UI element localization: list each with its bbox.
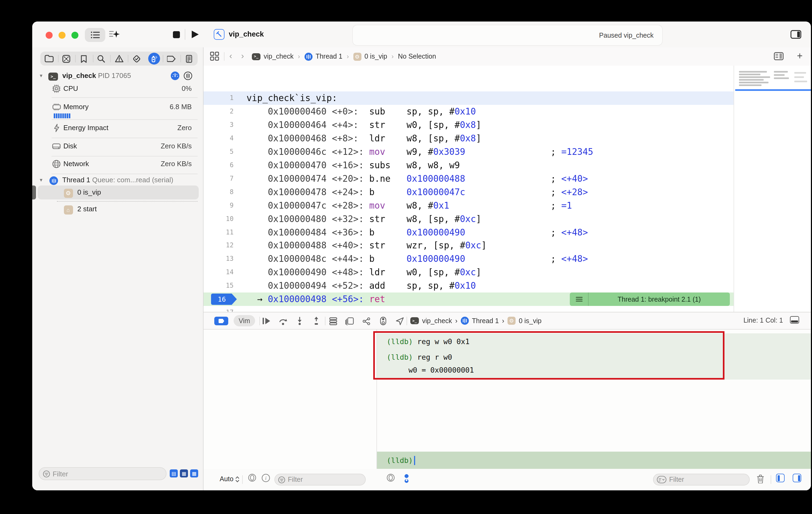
console-pane-toggle[interactable] — [793, 474, 801, 482]
breadcrumb-item-vip-check[interactable]: >_vip_check — [252, 53, 293, 60]
variables-filter-field[interactable]: Filter — [274, 474, 366, 486]
continue-button[interactable] — [261, 316, 272, 326]
memory-graph-button[interactable] — [361, 316, 372, 326]
vim-mode-button[interactable]: Vim — [234, 315, 255, 326]
code-line-9[interactable]: 9 0x10000047c <+28>: mov w8, #0x1 ; =1 — [204, 199, 733, 212]
go-back-button[interactable]: ‹ — [229, 51, 232, 61]
thread-view-toggle-icon[interactable] — [184, 72, 192, 80]
line-number: 3 — [204, 118, 234, 132]
clear-console-button[interactable] — [757, 474, 764, 483]
intelligence-button[interactable] — [109, 30, 120, 39]
breakpoint-hit-badge[interactable]: Thread 1: breakpoint 2.1 (1) — [570, 293, 730, 306]
console-toggle-icon[interactable] — [790, 316, 799, 324]
metric-row-disk[interactable]: Disk Zero KB/s — [32, 140, 203, 153]
tab-report-navigator[interactable] — [180, 52, 198, 65]
minimize-window-button[interactable] — [59, 32, 65, 39]
close-window-button[interactable] — [46, 32, 53, 39]
tab-breakpoint-navigator[interactable] — [163, 52, 180, 65]
process-name: vip_check — [62, 72, 96, 80]
code-line-12[interactable]: 12 0x100000488 <+40>: str wzr, [sp, #0xc… — [204, 239, 733, 252]
tab-debug-navigator[interactable] — [145, 52, 163, 65]
breadcrumb-label: vip_check — [422, 317, 452, 324]
code-line-6[interactable]: 6 0x100000470 <+16>: subs w8, w8, w9 — [204, 159, 733, 172]
code-line-7[interactable]: 7 0x100000474 <+20>: b.ne 0x100000488 ; … — [204, 172, 733, 186]
show-only-running-button[interactable]: ▤ — [170, 469, 178, 478]
inspector-toggle-button[interactable] — [790, 30, 801, 39]
step-into-button[interactable] — [294, 316, 305, 326]
code-line-2[interactable]: 2 0x100000460 <+0>: sub sp, sp, #0x10 — [204, 105, 733, 118]
breadcrumb-item-0-is-vip[interactable]: ⚙0 is_vip — [508, 317, 542, 325]
code-line-13[interactable]: 13 0x10000048c <+44>: b 0x100000490 ; <+… — [204, 252, 733, 266]
stop-button[interactable] — [173, 31, 180, 38]
add-editor-button[interactable]: + — [797, 51, 803, 62]
metric-row-memory[interactable]: Memory 6.8 MB — [32, 101, 203, 113]
run-button[interactable] — [191, 30, 199, 39]
step-over-button[interactable] — [278, 316, 288, 326]
activity-viewer[interactable]: Paused vip_check — [352, 25, 663, 46]
breadcrumb-item-thread-1[interactable]: Thread 1 — [461, 317, 499, 325]
frame-row-start[interactable]: ⌂ 2 start — [32, 203, 203, 216]
console-eye-button[interactable] — [386, 474, 395, 482]
minimap-options-icon[interactable] — [774, 52, 784, 60]
process-row[interactable]: ▾ >_ vip_check PID 17065 — [32, 70, 203, 82]
breadcrumb-item-no-selection[interactable]: No Selection — [398, 53, 436, 60]
frame-row-is-vip[interactable]: ⚙ 0 is_vip — [32, 186, 203, 199]
code-line-8[interactable]: 8 0x100000478 <+24>: b 0x10000047c ; <+2… — [204, 186, 733, 199]
code-line-5[interactable]: 5 0x10000046c <+12>: mov w9, #0x3039 ; =… — [204, 145, 733, 159]
metric-row-cpu[interactable]: CPU 0% — [32, 82, 203, 95]
tab-source-control-navigator[interactable] — [58, 52, 75, 65]
tab-test-navigator[interactable] — [128, 52, 145, 65]
console-filter-field[interactable]: Filter — [653, 474, 750, 486]
breakpoint-marker[interactable]: 16 — [211, 294, 237, 305]
breadcrumb-item-vip-check[interactable]: >_vip_check — [410, 317, 452, 324]
variables-pane[interactable] — [204, 330, 376, 469]
tab-find-navigator[interactable] — [93, 52, 110, 65]
code-line-15[interactable]: 15 0x100000494 <+52>: add sp, sp, #0x10 — [204, 279, 733, 293]
code-line-16[interactable]: 16 → 0x100000498 <+56>: retThread 1: bre… — [204, 293, 733, 306]
disclosure-chevron-icon[interactable]: ▾ — [40, 73, 42, 79]
code-line-3[interactable]: 3 0x100000464 <+4>: str w0, [sp, #0x8] — [204, 118, 733, 132]
line-number: 12 — [204, 239, 234, 252]
tab-issue-navigator[interactable] — [110, 52, 128, 65]
debug-view-stack-button[interactable] — [327, 316, 338, 326]
tab-project-navigator[interactable] — [40, 52, 58, 65]
variables-eye-button[interactable] — [248, 474, 257, 482]
variables-pane-toggle[interactable] — [776, 474, 785, 482]
code-line-10[interactable]: 10 0x100000480 <+32>: str w8, [sp, #0xc] — [204, 212, 733, 226]
lldb-prompt-row[interactable]: (lldb) — [377, 452, 811, 469]
simulate-location-button[interactable] — [394, 316, 405, 326]
flatten-list-button[interactable]: ▩ — [190, 469, 198, 478]
view-hierarchy-button[interactable] — [344, 316, 355, 326]
variables-info-button[interactable]: i — [262, 474, 270, 482]
performance-gauge-icon[interactable] — [171, 72, 179, 80]
breadcrumb-label: 0 is_vip — [519, 317, 542, 324]
breakpoints-toggle-button[interactable] — [214, 317, 228, 325]
related-items-icon[interactable] — [210, 52, 219, 61]
code-line-4[interactable]: 4 0x100000468 <+8>: ldr w8, [sp, #0x8] — [204, 132, 733, 145]
zoom-window-button[interactable] — [71, 32, 79, 39]
metric-value: 6.8 MB — [170, 103, 192, 111]
editor-list-button[interactable] — [85, 28, 105, 42]
variables-scope-dropdown[interactable]: Auto — [220, 475, 239, 483]
metric-row-network[interactable]: Network Zero KB/s — [32, 158, 203, 170]
tab-bookmarks-navigator[interactable] — [75, 52, 93, 65]
thread-disclosure-chevron-icon[interactable]: ▾ — [40, 177, 42, 183]
metric-row-energy-impact[interactable]: Energy Impact Zero — [32, 121, 203, 134]
breadcrumb-item-0-is-vip[interactable]: ⚙0 is_vip — [353, 52, 387, 60]
frame-gear-icon: ⚙ — [63, 188, 73, 198]
console-io-toggle-button[interactable] — [403, 474, 410, 484]
show-only-crashed-button[interactable]: ▦ — [180, 469, 188, 478]
code-line-1[interactable]: 1vip_check`is_vip: — [204, 91, 733, 105]
environment-overrides-button[interactable] — [378, 316, 388, 326]
code-line-11[interactable]: 11 0x100000484 <+36>: b 0x100000490 ; <+… — [204, 226, 733, 239]
thread-row[interactable]: ▾ Thread 1 Queue: com...read (serial) — [32, 174, 203, 187]
text-cursor — [414, 456, 415, 465]
step-out-button[interactable] — [311, 316, 322, 326]
breadcrumb-item-thread-1[interactable]: Thread 1 — [304, 52, 342, 60]
badge-grip-icon[interactable] — [570, 293, 588, 306]
navigator-filter-field[interactable]: Filter — [39, 467, 167, 480]
network-icon — [52, 159, 61, 169]
code-line-14[interactable]: 14 0x100000490 <+48>: ldr w0, [sp, #0xc] — [204, 266, 733, 279]
breadcrumb-separator: › — [455, 317, 457, 324]
go-forward-button[interactable]: › — [241, 51, 244, 61]
